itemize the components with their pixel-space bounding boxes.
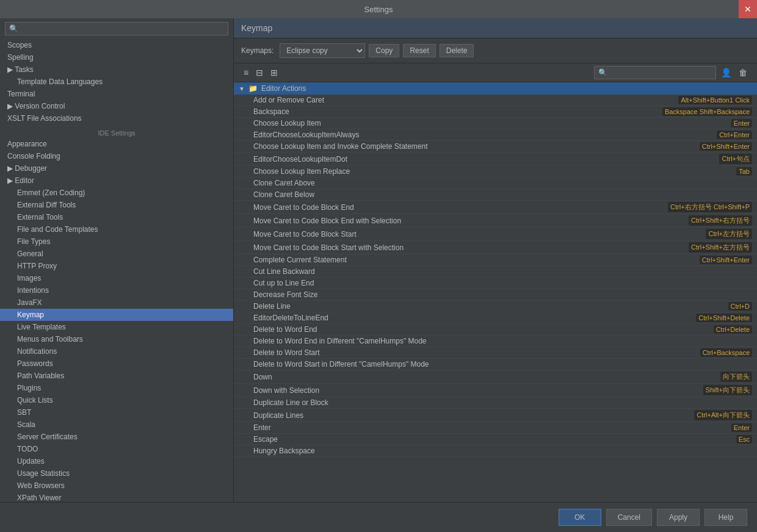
sidebar-item-quick-lists[interactable]: Quick Lists (0, 394, 233, 406)
action-row[interactable]: Cut Line Backward (234, 266, 757, 278)
action-row[interactable]: Move Caret to Code Block EndCtrl+右方括号 Ct… (234, 201, 757, 214)
sidebar-item-editor[interactable]: ▶ Editor (0, 174, 233, 187)
sidebar-item-web-browsers[interactable]: Web Browsers (0, 480, 233, 492)
sidebar-item-images[interactable]: Images (0, 272, 233, 284)
action-row[interactable]: Choose Lookup ItemEnter (234, 118, 757, 129)
sidebar-item-keymap[interactable]: Keymap (0, 309, 233, 321)
sidebar-item-tasks[interactable]: ▶ Tasks (0, 63, 233, 76)
action-name: EditorDeleteToLineEnd (253, 314, 328, 322)
action-row[interactable]: Move Caret to Code Block End with Select… (234, 214, 757, 228)
action-row[interactable]: EnterEnter (234, 422, 757, 434)
sidebar-item-live-templates[interactable]: Live Templates (0, 321, 233, 333)
user-icon-button[interactable]: 👤 (719, 66, 734, 79)
sidebar-item-intentions[interactable]: Intentions (0, 284, 233, 297)
action-row[interactable]: Duplicate LinesCtrl+Alt+向下箭头 (234, 409, 757, 422)
delete-shortcut-button[interactable]: 🗑 (736, 66, 750, 79)
action-row[interactable]: Delete to Word Start in Different "Camel… (234, 359, 757, 370)
keymap-toolbar: Keymaps: Eclipse copy Copy Reset Delete (234, 38, 757, 63)
action-name: EditorChooseLookupItemDot (253, 155, 347, 164)
action-row[interactable]: Choose Lookup Item ReplaceTab (234, 166, 757, 178)
action-shortcut: Esc (736, 435, 752, 444)
action-row[interactable]: Delete to Word StartCtrl+Backspace (234, 347, 757, 359)
action-row[interactable]: Down with SelectionShift+向下箭头 (234, 384, 757, 397)
sidebar-item-javafx[interactable]: JavaFX (0, 297, 233, 309)
right-panel: Keymap Keymaps: Eclipse copy Copy Reset … (234, 18, 757, 502)
action-row[interactable]: Complete Current StatementCtrl+Shift+Ent… (234, 254, 757, 266)
action-row[interactable]: Choose Lookup Item and Invoke Complete S… (234, 141, 757, 153)
action-row[interactable]: Move Caret to Code Block StartCtrl+左方括号 (234, 228, 757, 241)
action-search-input[interactable] (594, 66, 716, 79)
sidebar-item-template-data-languages[interactable]: Template Data Languages (0, 76, 233, 88)
sidebar-item-xpath-viewer[interactable]: XPath Viewer (0, 492, 233, 502)
sidebar-item-emmet-zen-coding[interactable]: Emmet (Zen Coding) (0, 187, 233, 199)
sidebar-item-passwords[interactable]: Passwords (0, 358, 233, 370)
sidebar-item-xslt-file-associations[interactable]: XSLT File Associations (0, 112, 233, 124)
sidebar-item-file-and-code-templates[interactable]: File and Code Templates (0, 223, 233, 235)
action-name: Duplicate Lines (253, 411, 303, 420)
action-row[interactable]: Add or Remove CaretAlt+Shift+Button1 Cli… (234, 95, 757, 106)
action-shortcut: Ctrl+Shift+右方括号 (689, 215, 752, 226)
close-button[interactable]: ✕ (739, 0, 757, 18)
sidebar-item-updates[interactable]: Updates (0, 455, 233, 467)
sidebar-item-version-control[interactable]: ▶ Version Control (0, 100, 233, 112)
keymaps-label: Keymaps: (241, 46, 273, 55)
sidebar-item-path-variables[interactable]: Path Variables (0, 370, 233, 382)
sidebar-item-scala[interactable]: Scala (0, 419, 233, 431)
sidebar-item-http-proxy[interactable]: HTTP Proxy (0, 260, 233, 272)
ok-button[interactable]: OK (559, 509, 601, 526)
apply-button[interactable]: Apply (657, 509, 700, 526)
action-row[interactable]: Delete LineCtrl+D (234, 301, 757, 312)
sidebar-item-spelling[interactable]: Spelling (0, 51, 233, 63)
sidebar-item-usage-statistics[interactable]: Usage Statistics (0, 467, 233, 480)
action-row[interactable]: Move Caret to Code Block Start with Sele… (234, 241, 757, 254)
copy-button[interactable]: Copy (369, 44, 399, 57)
action-row[interactable]: Hungry Backspace (234, 445, 757, 457)
sidebar-search-input[interactable] (5, 22, 228, 35)
sidebar-item-external-diff-tools[interactable]: External Diff Tools (0, 199, 233, 211)
sidebar-item-terminal[interactable]: Terminal (0, 88, 233, 100)
help-button[interactable]: Help (704, 509, 747, 526)
sidebar-item-scopes[interactable]: Scopes (0, 39, 233, 51)
action-row[interactable]: Clone Caret Below (234, 189, 757, 201)
action-shortcut: Ctrl+句点 (719, 154, 752, 164)
sidebar-item-debugger[interactable]: ▶ Debugger (0, 162, 233, 174)
action-row[interactable]: EditorChooseLookupItemAlwaysCtrl+Enter (234, 129, 757, 141)
sidebar-item-plugins[interactable]: Plugins (0, 382, 233, 394)
action-row[interactable]: Duplicate Line or Block (234, 397, 757, 409)
action-name: Move Caret to Code Block Start with Sele… (253, 243, 404, 252)
action-name: Cut Line Backward (253, 267, 315, 276)
action-row[interactable]: Cut up to Line End (234, 278, 757, 289)
action-group-header[interactable]: ▼ 📁 Editor Actions (234, 82, 757, 95)
action-row[interactable]: Decrease Font Size (234, 289, 757, 301)
expand-all-button[interactable]: ≡ (241, 66, 251, 79)
title-bar: Settings ✕ (0, 0, 757, 18)
action-shortcut: Enter (731, 423, 752, 432)
action-row[interactable]: Delete to Word End in Different "CamelHu… (234, 336, 757, 347)
action-row[interactable]: Delete to Word EndCtrl+Delete (234, 324, 757, 336)
sidebar-item-menus-and-toolbars[interactable]: Menus and Toolbars (0, 333, 233, 345)
sidebar-item-console-folding[interactable]: Console Folding (0, 150, 233, 162)
action-row[interactable]: BackspaceBackspace Shift+Backspace (234, 106, 757, 118)
action-name: Enter (253, 423, 271, 432)
action-group-label: Editor Actions (261, 84, 306, 93)
sidebar-item-server-certificates[interactable]: Server Certificates (0, 431, 233, 443)
sidebar-item-external-tools[interactable]: External Tools (0, 211, 233, 223)
sidebar-item-todo[interactable]: TODO (0, 443, 233, 455)
action-row[interactable]: EditorDeleteToLineEndCtrl+Shift+Delete (234, 312, 757, 324)
action-row[interactable]: Down向下箭头 (234, 370, 757, 384)
sidebar-item-sbt[interactable]: SBT (0, 406, 233, 419)
cancel-button[interactable]: Cancel (606, 509, 652, 526)
delete-button[interactable]: Delete (440, 44, 474, 57)
keymap-select[interactable]: Eclipse copy (280, 43, 365, 58)
action-row[interactable]: Clone Caret Above (234, 178, 757, 189)
sidebar-item-appearance[interactable]: Appearance (0, 138, 233, 150)
reset-button[interactable]: Reset (403, 44, 435, 57)
filter-button[interactable]: ⊞ (268, 66, 280, 79)
action-shortcut: Tab (736, 167, 752, 176)
sidebar-item-file-types[interactable]: File Types (0, 235, 233, 248)
action-row[interactable]: EscapeEsc (234, 434, 757, 445)
collapse-all-button[interactable]: ⊟ (253, 66, 266, 79)
sidebar-item-notifications[interactable]: Notifications (0, 345, 233, 358)
action-row[interactable]: EditorChooseLookupItemDotCtrl+句点 (234, 153, 757, 166)
sidebar-item-general[interactable]: General (0, 248, 233, 260)
